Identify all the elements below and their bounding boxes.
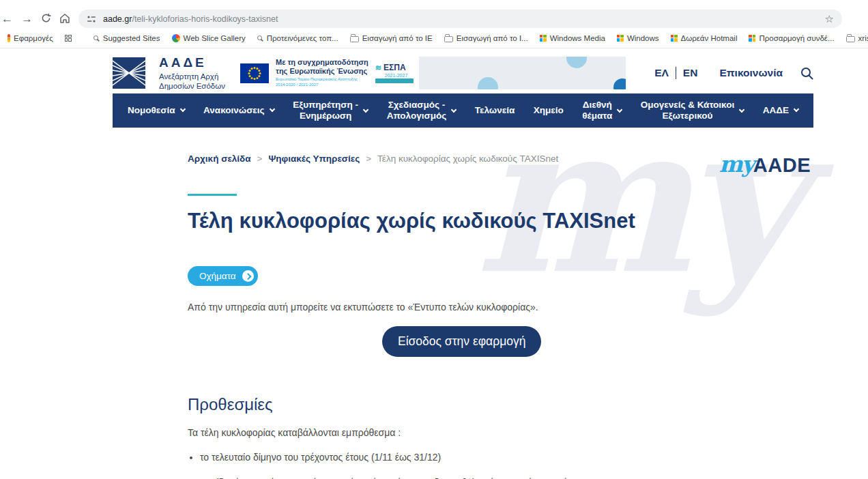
site-info-icon[interactable]: [87, 14, 96, 24]
bookmark-xris[interactable]: xris: [843, 34, 868, 42]
site-header: ΑΑΔΕ Ανεξάρτητη Αρχή Δημοσίων Εσόδων Με …: [113, 57, 813, 89]
bookmark-label: xris: [858, 34, 868, 42]
browser-toolbar: ← → aade.gr/teli-kykloforias-horis-kodik…: [0, 0, 868, 31]
home-icon: [59, 13, 70, 23]
breadcrumb-digital-services[interactable]: Ψηφιακές Υπηρεσίες: [268, 154, 360, 164]
bookmark-import-ie[interactable]: Εισαγωγή από το IE: [347, 34, 436, 42]
nav-label: Διεθνή: [582, 100, 612, 111]
nav-label: Εξωτερικού: [641, 111, 734, 121]
lang-el[interactable]: ΕΛ: [654, 67, 676, 79]
bookmark-windows-media[interactable]: Windows Media: [536, 34, 609, 42]
nav-aade[interactable]: ΑΑΔΕ: [763, 105, 798, 116]
lang-en[interactable]: EN: [676, 67, 698, 79]
language-switcher: ΕΛ EN: [654, 67, 697, 79]
deadline-item: το τελευταίο δίμηνο του τρέχοντος έτους …: [200, 452, 813, 463]
org-acronym: ΑΑΔΕ: [159, 55, 225, 70]
nav-label: Χημείο: [534, 105, 564, 115]
bookmark-suggested-sites[interactable]: Suggested Sites: [90, 34, 164, 42]
nav-nomothesia[interactable]: Νομοθεσία: [128, 105, 185, 116]
search-icon: [257, 35, 262, 40]
bookmark-label: Εφαρμογές: [14, 34, 53, 42]
breadcrumb-current: Τέλη κυκλοφορίας χωρίς κωδικούς TAXISnet: [377, 154, 558, 164]
nav-diethni[interactable]: Διεθνήθέματα: [582, 100, 622, 121]
folder-icon: [350, 36, 359, 42]
eu-line2: της Ευρωπαϊκής Ένωσης: [276, 67, 368, 76]
intro-text: Από την υπηρεσία αυτή μπορείτε να εκτυπώ…: [188, 302, 813, 313]
nav-label: θέματα: [582, 111, 612, 121]
bookmark-apps[interactable]: Εφαρμογές: [4, 34, 57, 42]
site-search-icon[interactable]: [800, 67, 813, 80]
chevron-down-icon: [269, 106, 274, 112]
forward-icon[interactable]: →: [21, 13, 33, 25]
bookmark-windows[interactable]: Windows: [613, 34, 663, 42]
espa-logo: ≋ ΕΣΠΑ 2021-2027: [375, 63, 414, 83]
nav-label: Απολογισμός: [387, 111, 447, 121]
bookmark-web-slice-gallery[interactable]: Web Slice Gallery: [169, 34, 249, 42]
bookmark-label: Suggested Sites: [103, 34, 160, 42]
address-bar[interactable]: aade.gr/teli-kykloforias-horis-kodikoys-…: [78, 10, 842, 28]
aade-logo[interactable]: [113, 57, 145, 89]
banner-circle: [478, 77, 498, 89]
chevron-down-icon: [794, 106, 799, 112]
vehicles-button[interactable]: Οχήματα: [188, 266, 258, 286]
refresh-icon[interactable]: [41, 13, 51, 25]
folder-icon: [846, 36, 855, 42]
eu-funding-text: Με τη συγχρηματοδότηση της Ευρωπαϊκής Έν…: [276, 58, 368, 88]
contact-link[interactable]: Επικοινωνία: [719, 67, 783, 79]
myaade-logo-my: my: [719, 151, 753, 177]
url-text: aade.gr/teli-kykloforias-horis-kodikoys-…: [103, 14, 825, 24]
bookmark-label: Εισαγωγή από το IE: [362, 34, 433, 42]
chevron-down-icon: [617, 106, 622, 112]
apps-grid-icon: [65, 35, 72, 42]
url-host: aade.gr: [103, 14, 132, 24]
nav-omogeneis[interactable]: Ομογενείς & ΚάτοικοιΕξωτερικού: [641, 100, 744, 121]
bookmark-prosarmogi[interactable]: Προσαρμογή συνδέ...: [745, 34, 837, 42]
folder-icon: [444, 36, 453, 42]
site-container: ΑΑΔΕ Ανεξάρτητη Αρχή Δημοσίων Εσόδων Με …: [113, 57, 813, 479]
nav-label: ΑΑΔΕ: [763, 105, 789, 115]
url-path: /teli-kykloforias-horis-kodikoys-taxisne…: [132, 14, 278, 24]
eu-flag: [240, 63, 269, 83]
bookmark-label: Windows: [627, 34, 659, 42]
bookmark-label: Windows Media: [550, 34, 605, 42]
chevron-down-icon: [739, 106, 744, 112]
deadlines-title: Προθεσμίες: [188, 395, 813, 414]
gallery-icon: [172, 34, 180, 42]
chevron-down-icon: [451, 106, 457, 112]
nav-anakoinoseis[interactable]: Ανακοινώσεις: [203, 105, 274, 116]
vehicles-button-label: Οχήματα: [199, 271, 236, 281]
chevron-down-icon: [363, 106, 368, 112]
nav-sxediasmos[interactable]: Σχεδιασμός -Απολογισμός: [387, 100, 457, 121]
nav-label: Σχεδιασμός -: [387, 100, 447, 111]
home-icon[interactable]: [59, 13, 70, 25]
login-button[interactable]: Είσοδος στην εφαρμογή: [382, 326, 541, 357]
breadcrumb-home[interactable]: Αρχική σελίδα: [188, 154, 251, 164]
deadlines-list: το τελευταίο δίμηνο του τρέχοντος έτους …: [200, 452, 813, 479]
org-title-block[interactable]: ΑΑΔΕ Ανεξάρτητη Αρχή Δημοσίων Εσόδων: [159, 55, 225, 91]
windows-icon: [617, 35, 624, 42]
nav-exypiretisi[interactable]: Εξυπηρέτηση -Ενημέρωση: [293, 100, 368, 121]
bookmark-label: Web Slice Gallery: [184, 34, 246, 42]
windows-icon: [540, 35, 547, 42]
myaade-logo: myAADE: [719, 151, 811, 177]
nav-label: Τελωνεία: [475, 105, 515, 115]
nav-ximio[interactable]: Χημείο: [534, 105, 564, 116]
bookmark-proteinomenes[interactable]: Προτεινόμενες τοπ...: [254, 34, 342, 42]
nav-label: Εξυπηρέτηση -: [293, 100, 358, 111]
myaade-logo-aade: AADE: [753, 154, 811, 176]
main-navigation: Νομοθεσία Ανακοινώσεις Εξυπηρέτηση -Ενημ…: [113, 93, 813, 128]
main-content: my Αρχική σελίδα > Ψηφιακές Υπηρεσίες > …: [113, 128, 813, 479]
bookmark-import-i[interactable]: Εισαγωγή από το Ι...: [441, 34, 532, 42]
breadcrumb-separator: >: [257, 154, 263, 164]
windows-icon: [749, 35, 755, 42]
eu-sub1: Ευρωπαϊκό Ταμείο Περιφερειακής Ανάπτυξης: [276, 77, 368, 83]
back-icon[interactable]: ←: [1, 13, 13, 25]
deadlines-intro: Τα τέλη κυκλοφορίας καταβάλλονται εμπρόθ…: [188, 427, 813, 438]
bookmark-hotmail[interactable]: Δωρεάν Hotmail: [667, 34, 741, 42]
search-icon: [93, 35, 98, 40]
bookmark-star-icon[interactable]: ☆: [825, 13, 834, 25]
nav-telonia[interactable]: Τελωνεία: [475, 105, 515, 116]
espa-years: 2021-2027: [385, 73, 414, 78]
bookmark-apps-grid[interactable]: [61, 35, 75, 42]
banner-circle: [566, 57, 587, 68]
